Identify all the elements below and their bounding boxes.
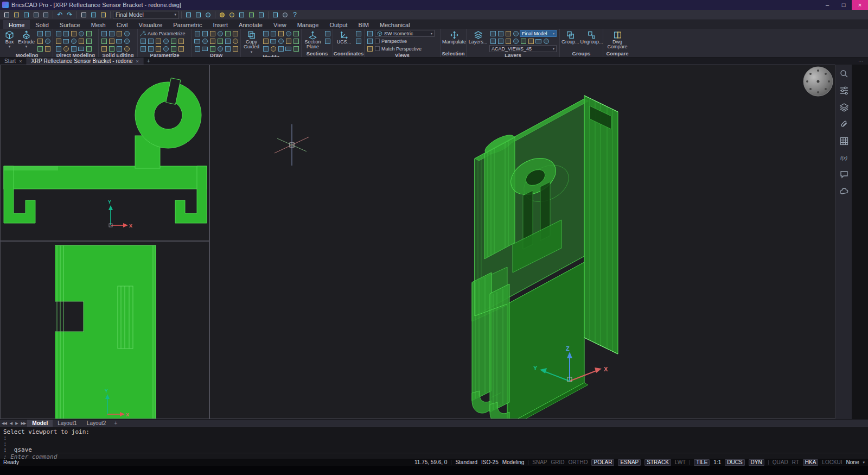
- layer-state-select[interactable]: ACAD_VIEWS_45 ▾: [489, 45, 557, 52]
- toggle-snap[interactable]: SNAP: [532, 459, 547, 465]
- toggle-lockui[interactable]: LOCKUI: [822, 459, 842, 465]
- match-properties-icon[interactable]: [184, 11, 193, 19]
- open-file-icon[interactable]: [12, 11, 21, 19]
- sections-icon-col[interactable]: [324, 30, 331, 45]
- tab-mechanical[interactable]: Mechanical: [374, 20, 416, 29]
- doc-tabs-overflow[interactable]: ⋯: [854, 58, 868, 65]
- solid-editing-icon-grid[interactable]: [100, 30, 130, 52]
- section-plane-button[interactable]: Section Plane: [303, 30, 322, 50]
- toggle-quad[interactable]: QUAD: [773, 459, 788, 465]
- toggle-ducs[interactable]: DUCS: [725, 459, 744, 466]
- direct-modeling-icon-grid[interactable]: [55, 30, 92, 52]
- layer-tools-icon-row[interactable]: [489, 37, 557, 45]
- tab-manage[interactable]: Manage: [292, 20, 324, 29]
- draw-icon-grid[interactable]: [194, 30, 239, 52]
- box-button[interactable]: Box ▾: [3, 30, 16, 48]
- views-icon-col[interactable]: [366, 30, 373, 52]
- next-layout-icon[interactable]: ▶: [14, 421, 19, 426]
- toggle-dyn[interactable]: DYN: [749, 459, 764, 466]
- perspective-checkbox-row[interactable]: Perspective: [375, 37, 435, 45]
- layers-panel-icon[interactable]: [839, 103, 849, 112]
- extrude-button[interactable]: Extrude ▾: [18, 30, 35, 48]
- cut-icon[interactable]: [79, 11, 88, 19]
- group-button[interactable]: Group...: [561, 30, 579, 45]
- status-dim-style[interactable]: ISO-25: [481, 459, 499, 465]
- workspace-select[interactable]: Final Model ▾: [113, 11, 179, 19]
- minimize-button[interactable]: –: [819, 0, 835, 10]
- tab-parametric[interactable]: Parametric: [168, 20, 207, 29]
- perspective-checkbox[interactable]: [375, 39, 380, 43]
- layers-button[interactable]: Layers...: [468, 30, 488, 45]
- manipulate-button[interactable]: Manipulate: [442, 30, 466, 45]
- coordinates-icon-col[interactable]: [355, 30, 362, 45]
- parametrize-icon-row-1[interactable]: [139, 37, 186, 45]
- close-icon[interactable]: ×: [19, 59, 22, 64]
- match-perspective-checkbox-row[interactable]: Match Perspective: [375, 45, 435, 52]
- tab-layout1[interactable]: Layout1: [53, 420, 82, 427]
- dwg-compare-button[interactable]: Dwg Compare: [605, 30, 630, 50]
- chevron-down-icon[interactable]: ▾: [863, 460, 865, 465]
- doc-tab-active[interactable]: XRP Reflectance Sensor Bracket - redone …: [27, 58, 143, 65]
- modify-icon-grid[interactable]: [262, 30, 299, 52]
- auto-parametrize-button[interactable]: Auto Parametrize: [139, 30, 186, 37]
- status-style[interactable]: Standard: [455, 459, 477, 465]
- save-icon[interactable]: [22, 11, 31, 19]
- prev-layout-icon[interactable]: ◀: [8, 421, 14, 426]
- tab-insert[interactable]: Insert: [207, 20, 233, 29]
- layers-icon-row[interactable]: [489, 30, 519, 37]
- command-line-panel[interactable]: Select viewport to join: : : : _qsave : …: [0, 427, 868, 459]
- tab-layout2[interactable]: Layout2: [82, 420, 111, 427]
- tab-model[interactable]: Model: [27, 420, 53, 427]
- tab-surface[interactable]: Surface: [54, 20, 86, 29]
- pan-icon[interactable]: [194, 11, 203, 19]
- tab-solid[interactable]: Solid: [30, 20, 54, 29]
- viewport-top-view[interactable]: Y X: [0, 65, 209, 241]
- maximize-button[interactable]: □: [835, 0, 852, 10]
- status-coordinates[interactable]: 11.75, 59.6, 0: [414, 459, 447, 465]
- first-layout-icon[interactable]: ◀◀: [0, 421, 8, 426]
- toggle-esnap[interactable]: ESNAP: [618, 459, 641, 466]
- toggle-rt[interactable]: RT: [792, 459, 799, 465]
- help-icon[interactable]: ?: [290, 11, 299, 19]
- tab-mesh[interactable]: Mesh: [86, 20, 111, 29]
- tab-view[interactable]: View: [268, 20, 292, 29]
- cloud-icon[interactable]: [839, 187, 849, 197]
- viewport-3d[interactable]: Z X Y: [209, 65, 835, 419]
- ungroup-button[interactable]: Ungroup...: [581, 30, 603, 45]
- tab-annotate[interactable]: Annotate: [233, 20, 268, 29]
- settings-gear-icon[interactable]: [280, 11, 290, 19]
- search-icon[interactable]: [839, 69, 849, 79]
- new-doc-tab-button[interactable]: +: [144, 58, 154, 65]
- toggle-ortho[interactable]: ORTHO: [569, 459, 588, 465]
- match-perspective-checkbox[interactable]: [375, 46, 380, 51]
- redo-icon[interactable]: ↷: [65, 11, 74, 19]
- sun-icon[interactable]: [218, 11, 227, 19]
- toggle-hka[interactable]: HKA: [803, 459, 819, 466]
- viewport-front-view[interactable]: Y X: [0, 241, 209, 419]
- toggle-lwt[interactable]: LWT: [675, 459, 686, 465]
- parametrize-icon-row-2[interactable]: [139, 45, 186, 52]
- sheet-set-grid-icon[interactable]: [839, 136, 849, 146]
- layer-select[interactable]: Final Model ▾: [520, 30, 557, 37]
- status-workspace[interactable]: Modeling: [502, 459, 525, 465]
- esnap-settings-icon[interactable]: [271, 11, 280, 19]
- comments-icon[interactable]: [839, 170, 849, 180]
- status-scale[interactable]: 1:1: [713, 459, 721, 465]
- ucs-button[interactable]: UCS...: [335, 30, 353, 45]
- lights-icon[interactable]: [257, 11, 266, 19]
- copy-icon[interactable]: [89, 11, 98, 19]
- navigation-sphere[interactable]: [803, 67, 833, 96]
- new-file-icon[interactable]: [2, 11, 11, 19]
- tab-bim[interactable]: BIM: [353, 20, 374, 29]
- add-layout-button[interactable]: +: [111, 420, 120, 426]
- toggle-tile[interactable]: TILE: [694, 459, 710, 466]
- tab-civil[interactable]: Civil: [111, 20, 133, 29]
- print-icon[interactable]: [31, 11, 41, 19]
- tab-visualize[interactable]: Visualize: [133, 20, 168, 29]
- render-icon[interactable]: [237, 11, 246, 19]
- tab-output[interactable]: Output: [324, 20, 353, 29]
- status-annotation-scale[interactable]: None: [846, 459, 859, 465]
- materials-icon[interactable]: [247, 11, 256, 19]
- paste-icon[interactable]: [99, 11, 108, 19]
- undo-icon[interactable]: ↶: [55, 11, 65, 19]
